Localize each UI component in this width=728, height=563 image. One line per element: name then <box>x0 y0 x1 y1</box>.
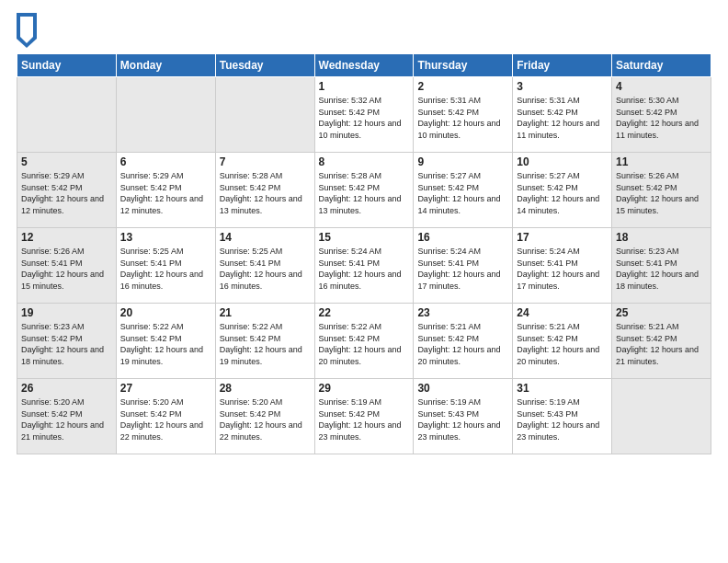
day-info: Sunrise: 5:27 AM Sunset: 5:42 PM Dayligh… <box>417 170 508 216</box>
day-number: 5 <box>21 155 112 168</box>
day-number: 8 <box>319 155 410 168</box>
day-cell: 29Sunrise: 5:19 AM Sunset: 5:42 PM Dayli… <box>314 379 414 454</box>
day-cell: 30Sunrise: 5:19 AM Sunset: 5:43 PM Dayli… <box>414 379 513 454</box>
day-cell: 28Sunrise: 5:20 AM Sunset: 5:42 PM Dayli… <box>215 379 314 454</box>
day-info: Sunrise: 5:20 AM Sunset: 5:42 PM Dayligh… <box>220 396 311 442</box>
week-row-3: 12Sunrise: 5:26 AM Sunset: 5:41 PM Dayli… <box>17 228 711 304</box>
day-cell: 13Sunrise: 5:25 AM Sunset: 5:41 PM Dayli… <box>116 228 215 304</box>
header <box>17 9 711 48</box>
day-cell: 7Sunrise: 5:28 AM Sunset: 5:42 PM Daylig… <box>215 153 314 228</box>
day-cell: 22Sunrise: 5:22 AM Sunset: 5:42 PM Dayli… <box>314 304 414 379</box>
day-info: Sunrise: 5:27 AM Sunset: 5:42 PM Dayligh… <box>517 170 608 216</box>
day-number: 14 <box>220 231 311 244</box>
day-info: Sunrise: 5:26 AM Sunset: 5:41 PM Dayligh… <box>21 246 112 292</box>
day-info: Sunrise: 5:31 AM Sunset: 5:42 PM Dayligh… <box>417 95 508 141</box>
day-cell: 21Sunrise: 5:22 AM Sunset: 5:42 PM Dayli… <box>215 304 314 379</box>
day-info: Sunrise: 5:32 AM Sunset: 5:42 PM Dayligh… <box>319 95 410 141</box>
day-cell: 15Sunrise: 5:24 AM Sunset: 5:41 PM Dayli… <box>314 228 414 304</box>
day-info: Sunrise: 5:28 AM Sunset: 5:42 PM Dayligh… <box>220 170 311 216</box>
day-number: 28 <box>220 382 311 395</box>
day-info: Sunrise: 5:20 AM Sunset: 5:42 PM Dayligh… <box>21 396 112 442</box>
day-number: 23 <box>417 306 508 319</box>
day-number: 6 <box>120 155 211 168</box>
day-cell <box>215 77 314 153</box>
day-number: 9 <box>417 155 508 168</box>
weekday-header-wednesday: Wednesday <box>314 54 414 77</box>
weekday-header-thursday: Thursday <box>414 54 513 77</box>
day-cell: 9Sunrise: 5:27 AM Sunset: 5:42 PM Daylig… <box>414 153 513 228</box>
day-cell: 10Sunrise: 5:27 AM Sunset: 5:42 PM Dayli… <box>513 153 612 228</box>
day-info: Sunrise: 5:21 AM Sunset: 5:42 PM Dayligh… <box>517 321 608 367</box>
week-row-5: 26Sunrise: 5:20 AM Sunset: 5:42 PM Dayli… <box>17 379 711 454</box>
day-info: Sunrise: 5:21 AM Sunset: 5:42 PM Dayligh… <box>417 321 508 367</box>
day-cell: 17Sunrise: 5:24 AM Sunset: 5:41 PM Dayli… <box>513 228 612 304</box>
day-cell: 8Sunrise: 5:28 AM Sunset: 5:42 PM Daylig… <box>314 153 414 228</box>
day-number: 3 <box>517 80 608 93</box>
day-info: Sunrise: 5:23 AM Sunset: 5:41 PM Dayligh… <box>616 246 707 292</box>
day-number: 15 <box>319 231 410 244</box>
logo <box>17 13 40 48</box>
day-cell: 4Sunrise: 5:30 AM Sunset: 5:42 PM Daylig… <box>612 77 711 153</box>
day-info: Sunrise: 5:19 AM Sunset: 5:42 PM Dayligh… <box>319 396 410 442</box>
day-info: Sunrise: 5:29 AM Sunset: 5:42 PM Dayligh… <box>120 170 211 216</box>
day-number: 19 <box>21 306 112 319</box>
day-info: Sunrise: 5:25 AM Sunset: 5:41 PM Dayligh… <box>120 246 211 292</box>
day-info: Sunrise: 5:29 AM Sunset: 5:42 PM Dayligh… <box>21 170 112 216</box>
day-number: 20 <box>120 306 211 319</box>
day-number: 29 <box>319 382 410 395</box>
day-number: 13 <box>120 231 211 244</box>
day-info: Sunrise: 5:24 AM Sunset: 5:41 PM Dayligh… <box>517 246 608 292</box>
day-info: Sunrise: 5:20 AM Sunset: 5:42 PM Dayligh… <box>120 396 211 442</box>
day-info: Sunrise: 5:22 AM Sunset: 5:42 PM Dayligh… <box>319 321 410 367</box>
day-number: 7 <box>220 155 311 168</box>
day-cell: 31Sunrise: 5:19 AM Sunset: 5:43 PM Dayli… <box>513 379 612 454</box>
day-number: 22 <box>319 306 410 319</box>
day-info: Sunrise: 5:24 AM Sunset: 5:41 PM Dayligh… <box>319 246 410 292</box>
day-info: Sunrise: 5:28 AM Sunset: 5:42 PM Dayligh… <box>319 170 410 216</box>
day-info: Sunrise: 5:21 AM Sunset: 5:42 PM Dayligh… <box>616 321 707 367</box>
day-cell: 5Sunrise: 5:29 AM Sunset: 5:42 PM Daylig… <box>17 153 117 228</box>
day-number: 21 <box>220 306 311 319</box>
day-number: 2 <box>417 80 508 93</box>
day-cell: 16Sunrise: 5:24 AM Sunset: 5:41 PM Dayli… <box>414 228 513 304</box>
day-cell: 19Sunrise: 5:23 AM Sunset: 5:42 PM Dayli… <box>17 304 117 379</box>
day-number: 18 <box>616 231 707 244</box>
weekday-header-sunday: Sunday <box>17 54 117 77</box>
day-number: 26 <box>21 382 112 395</box>
day-info: Sunrise: 5:19 AM Sunset: 5:43 PM Dayligh… <box>417 396 508 442</box>
weekday-header-row: SundayMondayTuesdayWednesdayThursdayFrid… <box>17 54 711 77</box>
day-cell: 2Sunrise: 5:31 AM Sunset: 5:42 PM Daylig… <box>414 77 513 153</box>
day-info: Sunrise: 5:22 AM Sunset: 5:42 PM Dayligh… <box>220 321 311 367</box>
day-cell: 14Sunrise: 5:25 AM Sunset: 5:41 PM Dayli… <box>215 228 314 304</box>
day-cell <box>116 77 215 153</box>
day-number: 31 <box>517 382 608 395</box>
day-cell: 25Sunrise: 5:21 AM Sunset: 5:42 PM Dayli… <box>612 304 711 379</box>
day-number: 12 <box>21 231 112 244</box>
day-number: 30 <box>417 382 508 395</box>
weekday-header-monday: Monday <box>116 54 215 77</box>
day-cell: 12Sunrise: 5:26 AM Sunset: 5:41 PM Dayli… <box>17 228 117 304</box>
day-number: 16 <box>417 231 508 244</box>
day-info: Sunrise: 5:30 AM Sunset: 5:42 PM Dayligh… <box>616 95 707 141</box>
day-cell <box>612 379 711 454</box>
day-cell: 6Sunrise: 5:29 AM Sunset: 5:42 PM Daylig… <box>116 153 215 228</box>
day-cell: 26Sunrise: 5:20 AM Sunset: 5:42 PM Dayli… <box>17 379 117 454</box>
calendar: SundayMondayTuesdayWednesdayThursdayFrid… <box>17 53 711 454</box>
weekday-header-tuesday: Tuesday <box>215 54 314 77</box>
day-info: Sunrise: 5:25 AM Sunset: 5:41 PM Dayligh… <box>220 246 311 292</box>
day-cell <box>17 77 117 153</box>
day-number: 17 <box>517 231 608 244</box>
day-cell: 23Sunrise: 5:21 AM Sunset: 5:42 PM Dayli… <box>414 304 513 379</box>
page: SundayMondayTuesdayWednesdayThursdayFrid… <box>0 0 728 563</box>
day-info: Sunrise: 5:23 AM Sunset: 5:42 PM Dayligh… <box>21 321 112 367</box>
day-info: Sunrise: 5:22 AM Sunset: 5:42 PM Dayligh… <box>120 321 211 367</box>
day-number: 24 <box>517 306 608 319</box>
day-cell: 24Sunrise: 5:21 AM Sunset: 5:42 PM Dayli… <box>513 304 612 379</box>
weekday-header-saturday: Saturday <box>612 54 711 77</box>
day-number: 10 <box>517 155 608 168</box>
day-cell: 27Sunrise: 5:20 AM Sunset: 5:42 PM Dayli… <box>116 379 215 454</box>
weekday-header-friday: Friday <box>513 54 612 77</box>
day-number: 27 <box>120 382 211 395</box>
day-cell: 20Sunrise: 5:22 AM Sunset: 5:42 PM Dayli… <box>116 304 215 379</box>
day-number: 11 <box>616 155 707 168</box>
